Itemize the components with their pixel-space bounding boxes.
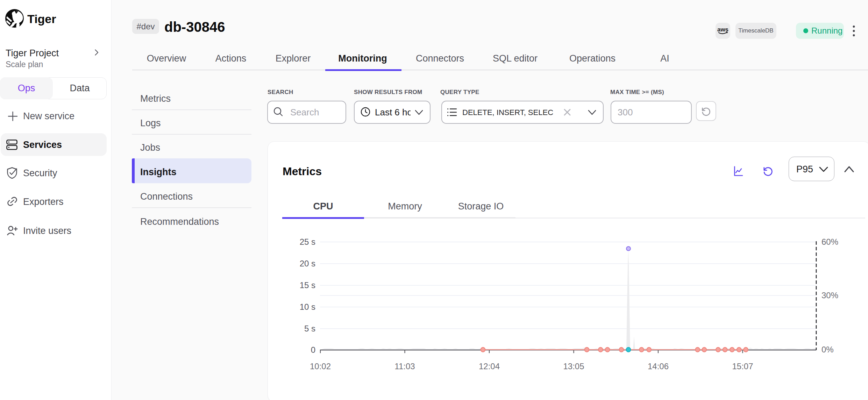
svg-text:14:06: 14:06 xyxy=(648,362,669,371)
svg-text:20 s: 20 s xyxy=(300,259,315,268)
svg-text:25 s: 25 s xyxy=(300,237,315,247)
svg-text:10:02: 10:02 xyxy=(310,362,331,371)
svg-text:0%: 0% xyxy=(821,345,834,354)
svg-text:5 s: 5 s xyxy=(304,324,315,333)
svg-text:30%: 30% xyxy=(821,291,838,300)
svg-text:15:07: 15:07 xyxy=(732,362,753,371)
svg-text:10 s: 10 s xyxy=(300,302,315,312)
svg-text:11:03: 11:03 xyxy=(394,362,415,371)
svg-text:60%: 60% xyxy=(821,237,838,247)
svg-text:13:05: 13:05 xyxy=(563,362,584,371)
svg-text:0: 0 xyxy=(311,345,315,355)
svg-text:15 s: 15 s xyxy=(300,280,315,290)
svg-text:12:04: 12:04 xyxy=(479,362,500,371)
